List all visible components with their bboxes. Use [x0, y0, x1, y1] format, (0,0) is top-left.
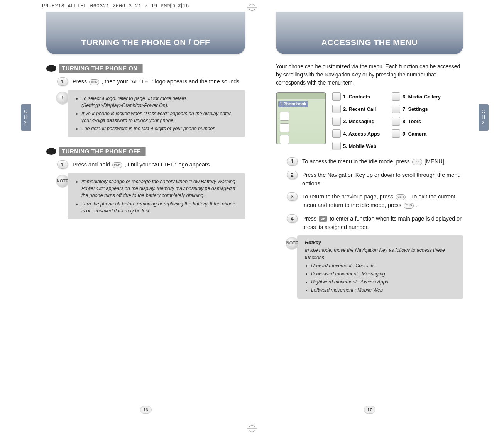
- note-item: The default password is the last 4 digit…: [81, 125, 239, 132]
- menu-item: 2. Recent Call: [332, 105, 386, 113]
- note-item: If your phone is locked when "Password" …: [81, 110, 239, 124]
- menu-item-icon: [332, 92, 341, 101]
- note-list: To select a logo, refer to page 63 for m…: [75, 95, 239, 132]
- text-fragment: [MENU].: [425, 158, 446, 165]
- bullet-icon: [46, 65, 56, 72]
- menu-item-label: 5. Mobile Web: [343, 143, 376, 149]
- note-item: Downward movement : Messaging: [311, 270, 457, 277]
- info-note: NOTE Immediately change or recharge the …: [68, 173, 245, 219]
- step-number: 2: [287, 171, 298, 179]
- menu-tile-icon: [280, 123, 289, 132]
- end-key-icon: END: [112, 162, 122, 168]
- phone-screen-label: 1.Phonebook: [278, 101, 308, 107]
- step-3: 3 To return to the previous page, press …: [287, 192, 463, 210]
- chapter-tab-right: CH2: [479, 104, 489, 131]
- bullet-icon: [46, 148, 56, 155]
- note-intro: In idle mode, move the Navigation Key as…: [305, 247, 457, 261]
- menu-item-icon: [332, 105, 341, 113]
- step-off-1: 1 Press and hold END , until your "ALLTE…: [57, 160, 245, 169]
- chapter-banner-right: ACCESSING THE MENU: [276, 12, 463, 54]
- page-spread: CH2 TURNING THE PHONE ON / OFF TURNING T…: [31, 12, 473, 421]
- print-meta-line: PN-E218_ALLTEL_060321 2006.3.21 7:19 PM페…: [42, 2, 189, 9]
- registration-mark-top: [249, 4, 255, 11]
- note-list: Immediately change or recharge the batte…: [75, 178, 239, 214]
- chapter-tab-left: CH2: [21, 104, 31, 131]
- menu-key-icon: • •: [412, 159, 422, 165]
- note-item: Turn the phone off before removing or re…: [81, 200, 239, 214]
- text-fragment: , until your "ALLTEL" logo appears.: [125, 161, 211, 168]
- text-fragment: To return to the previous page, press: [302, 193, 395, 200]
- text-fragment: Press: [302, 215, 318, 222]
- menu-item-label: 2. Recent Call: [343, 106, 376, 112]
- warning-badge-icon: !: [56, 92, 69, 105]
- step-1: 1 To access the menu in the idle mode, p…: [287, 157, 463, 166]
- phone-statusbar: [277, 93, 325, 99]
- menu-item-icon: [332, 129, 341, 138]
- menu-tile-icon: [280, 112, 289, 121]
- page-number-right: 17: [364, 406, 375, 414]
- page-number-left: 16: [140, 406, 152, 414]
- chapter-tab-label: CH2: [24, 109, 28, 126]
- step-text: Press OK to enter a function when its ma…: [302, 214, 463, 232]
- menu-item-grid: 1. Contacts 6. Media Gellery 2. Recent C…: [332, 92, 450, 150]
- text-fragment: To access the menu in the idle mode, pre…: [302, 158, 411, 165]
- menu-item: 1. Contacts: [332, 92, 386, 101]
- section-heading-off: TURNING THE PHONE OFF: [46, 147, 245, 156]
- registration-mark-bottom: [249, 425, 255, 432]
- step-number: 1: [287, 157, 298, 166]
- menu-item: 7. Settings: [392, 105, 450, 113]
- step-2: 2 Press the Navigation Key up or down to…: [287, 171, 463, 188]
- section-label: TURNING THE PHONE OFF: [59, 147, 146, 156]
- section-heading-on: TURNING THE PHONE ON: [46, 64, 245, 73]
- menu-item-icon: [332, 117, 341, 126]
- hotkey-note: NOTE Hotkey In idle mode, move the Navig…: [297, 235, 463, 299]
- menu-tile-icon: [280, 135, 289, 144]
- step-4: 4 Press OK to enter a function when its …: [287, 214, 463, 232]
- note-item: Immediately change or recharge the batte…: [81, 178, 239, 199]
- menu-item-label: 7. Settings: [403, 106, 428, 112]
- text-fragment: Press: [73, 78, 88, 85]
- menu-item-icon: [392, 92, 400, 101]
- menu-item: 9. Camera: [392, 129, 450, 138]
- menu-item: 3. Messaging: [332, 117, 386, 126]
- menu-overview: 1.Phonebook 1. Contacts 6. Media Gellery…: [276, 92, 463, 150]
- note-item: To select a logo, refer to page 63 for m…: [81, 95, 239, 109]
- menu-item: 8. Tools: [392, 117, 450, 126]
- step-number: 3: [287, 192, 298, 201]
- end-key-icon: END: [404, 203, 414, 209]
- page-right: CH2 ACCESSING THE MENU Your phone can be…: [260, 12, 479, 421]
- menu-item: 4. Axcess Apps: [332, 129, 386, 138]
- note-item: Leftward movement : Mobile Web: [311, 287, 457, 293]
- clr-key-icon: CLR: [396, 194, 406, 200]
- warning-note: ! To select a logo, refer to page 63 for…: [68, 90, 245, 137]
- note-item: Upward movement : Contacts: [311, 262, 457, 269]
- menu-item-icon: [392, 105, 400, 113]
- section-label: TURNING THE PHONE ON: [59, 64, 143, 73]
- menu-item-icon: [392, 129, 400, 138]
- step-text: Press END , then your "ALLTEL" logo appe…: [73, 77, 241, 86]
- step-text: To return to the previous page, press CL…: [302, 192, 463, 210]
- page-left: CH2 TURNING THE PHONE ON / OFF TURNING T…: [31, 12, 260, 421]
- text-fragment: Press and hold: [73, 161, 112, 168]
- end-key-icon: END: [89, 79, 99, 85]
- menu-item-label: 4. Axcess Apps: [343, 131, 380, 137]
- note-badge-icon: NOTE: [286, 237, 299, 250]
- step-number: 1: [57, 77, 68, 86]
- note-list: Upward movement : Contacts Downward move…: [305, 262, 457, 294]
- note-item: Rightward movement : Axcess Apps: [311, 278, 457, 285]
- step-text: To access the menu in the idle mode, pre…: [302, 157, 446, 166]
- phone-screen-illustration: 1.Phonebook: [276, 92, 326, 144]
- note-badge-icon: NOTE: [56, 175, 69, 188]
- menu-item-icon: [392, 117, 400, 126]
- chapter-banner-left: TURNING THE PHONE ON / OFF: [46, 12, 245, 54]
- step-text: Press and hold END , until your "ALLTEL"…: [73, 160, 211, 169]
- menu-item-label: 1. Contacts: [343, 94, 370, 100]
- note-title: Hotkey: [305, 239, 457, 246]
- text-fragment: .: [416, 202, 418, 208]
- menu-item: 5. Mobile Web: [332, 142, 386, 150]
- menu-item-label: 8. Tools: [403, 119, 421, 124]
- ok-key-icon: OK: [319, 216, 327, 222]
- text-fragment: , then your "ALLTEL" logo appears and th…: [101, 78, 241, 85]
- step-on-1: 1 Press END , then your "ALLTEL" logo ap…: [57, 77, 245, 86]
- menu-item-icon: [332, 142, 341, 150]
